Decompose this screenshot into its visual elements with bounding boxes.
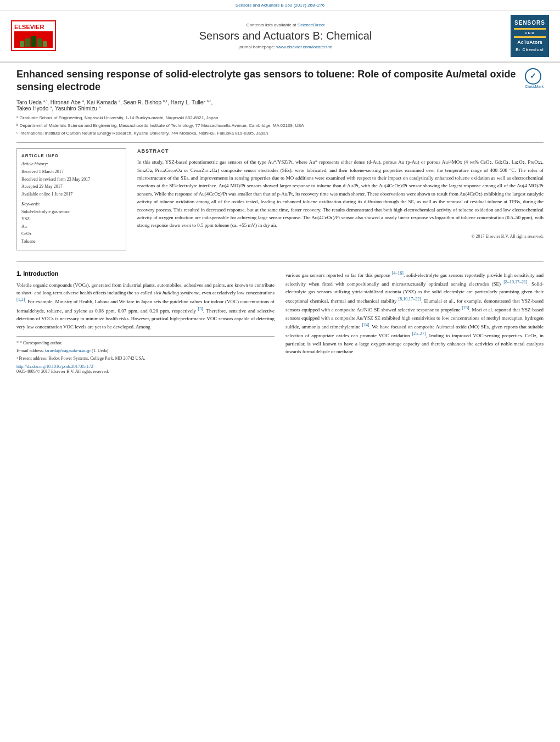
- keyword-1: Solid-electrolyte gas sensor: [21, 208, 121, 216]
- crossmark-icon: ✓: [525, 68, 541, 85]
- yellow-bar-2: [514, 36, 546, 38]
- journal-url-link[interactable]: www.elsevier.com/locate/snb: [276, 44, 332, 49]
- svg-rect-2: [31, 36, 36, 47]
- sciencedirect-link[interactable]: ScienceDirect: [298, 23, 324, 27]
- issn-line: 0925-4005/© 2017 Elsevier B.V. All right…: [16, 369, 275, 374]
- copyright-line: © 2017 Elsevier B.V. All rights reserved…: [137, 234, 544, 239]
- keywords-section: Keywords: Solid-electrolyte gas sensor Y…: [21, 202, 121, 246]
- keyword-4: CeO₂: [21, 230, 121, 238]
- journal-citation: Sensors and Actuators B 252 (2017) 268–2…: [236, 3, 324, 8]
- authors-line: Taro Ueda a,*, Hironari Abe a, Kai Kamad…: [16, 99, 544, 112]
- introduction-text-right: various gas sensors reported so far for …: [285, 270, 544, 356]
- keyword-2: YSZ: [21, 215, 121, 223]
- body-divider: [16, 261, 544, 262]
- affiliations: a Graduate School of Engineering, Nagasa…: [16, 115, 544, 137]
- main-content: Enhanced sensing response of solid-elect…: [0, 63, 560, 385]
- doi-link[interactable]: http://dx.doi.org/10.1016/j.snb.2017.05.…: [16, 364, 275, 369]
- corresponding-author-note: * * Corresponding author.: [16, 340, 275, 347]
- sensors-actuators-logo: SENSORS AND AcTuAtors B: Chemical: [511, 15, 549, 57]
- article-dates: Received 1 March 2017 Received in revise…: [21, 168, 121, 198]
- article-title-section: Enhanced sensing response of solid-elect…: [16, 68, 544, 94]
- contents-available-text: Contents lists available at ScienceDirec…: [60, 23, 511, 27]
- elsevier-logo: ELSEVIER: [11, 20, 60, 51]
- article-info-box: ARTICLE INFO Article history: Received 1…: [16, 148, 126, 250]
- crossmark-badge[interactable]: ✓ CrossMark: [525, 68, 544, 88]
- section-1-heading: 1. Introduction: [16, 270, 275, 277]
- abstract-column: ABSTRACT In this study, YSZ-based potent…: [137, 148, 544, 255]
- history-label: Article history:: [21, 161, 121, 166]
- keyword-3: Au: [21, 223, 121, 231]
- email-link[interactable]: tarueda@nagasaki-u.ac.jp: [45, 348, 91, 353]
- svg-rect-1: [25, 38, 30, 47]
- and-text: AND: [514, 31, 546, 35]
- citation-strip: Sensors and Actuators B 252 (2017) 268–2…: [0, 0, 560, 10]
- svg-rect-3: [37, 38, 42, 47]
- sensors-text: SENSORS: [514, 19, 546, 27]
- present-address-note: ¹ Present address: Redox Power Systems, …: [16, 355, 275, 362]
- header-center: Contents lists available at ScienceDirec…: [60, 23, 511, 49]
- abstract-title: ABSTRACT: [137, 148, 544, 154]
- page: Sensors and Actuators B 252 (2017) 268–2…: [0, 0, 560, 742]
- elsevier-text: ELSEVIER: [14, 24, 53, 30]
- article-info-column: ARTICLE INFO Article history: Received 1…: [16, 148, 126, 255]
- svg-rect-0: [20, 41, 24, 47]
- article-title: Enhanced sensing response of solid-elect…: [16, 68, 519, 94]
- keyword-5: Toluene: [21, 238, 121, 246]
- abstract-text: In this study, YSZ-based potentiometric …: [137, 158, 544, 230]
- b-chemical-text: B: Chemical: [514, 47, 546, 53]
- section-divider: [16, 142, 544, 143]
- keywords-label: Keywords:: [21, 202, 121, 207]
- introduction-section: 1. Introduction Volatile organic compoun…: [16, 270, 544, 374]
- footnote-section: * * Corresponding author. E-mail address…: [16, 336, 275, 374]
- introduction-left: 1. Introduction Volatile organic compoun…: [16, 270, 275, 374]
- introduction-right: various gas sensors reported so far for …: [285, 270, 544, 374]
- article-info-abstract-section: ARTICLE INFO Article history: Received 1…: [16, 148, 544, 255]
- elsevier-tree-icon: [17, 33, 50, 47]
- email-footnote: E-mail address: tarueda@nagasaki-u.ac.jp…: [16, 348, 275, 354]
- journal-header: ELSEVIER Contents lists available at Sci…: [0, 10, 560, 63]
- yellow-bar: [514, 28, 546, 30]
- svg-rect-4: [43, 41, 47, 47]
- journal-title: Sensors and Actuators B: Chemical: [60, 30, 511, 42]
- actuators-text: AcTuAtors: [514, 39, 546, 46]
- journal-homepage: journal homepage: www.elsevier.com/locat…: [60, 44, 511, 49]
- article-info-title: ARTICLE INFO: [21, 153, 121, 158]
- introduction-text-left: Volatile organic compounds (VOCs), gener…: [16, 281, 275, 331]
